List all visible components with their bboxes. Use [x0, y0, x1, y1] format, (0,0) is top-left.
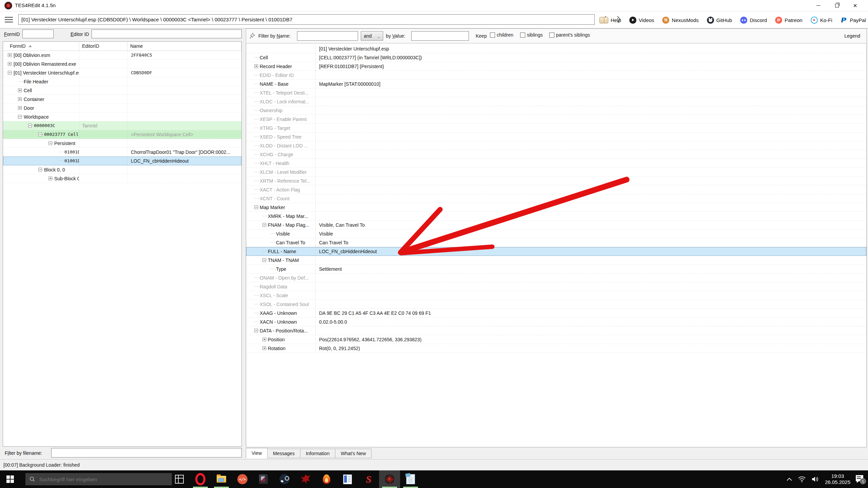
expand-icon[interactable]: + [262, 338, 266, 341]
record-row[interactable]: XLCM - Level Modifier [246, 168, 866, 177]
tree-row[interactable]: −Persistent [3, 139, 241, 148]
expand-icon[interactable]: + [48, 177, 52, 180]
collapse-icon[interactable]: − [254, 329, 258, 332]
record-row[interactable]: Ownership [246, 106, 866, 115]
column-header-name[interactable]: Name [127, 42, 241, 50]
filter-by-name-input[interactable] [297, 31, 358, 41]
collapse-icon[interactable]: − [262, 258, 266, 262]
tab-messages[interactable]: Messages [268, 449, 300, 458]
restore-button[interactable] [829, 0, 845, 11]
tree-row[interactable]: −0000003CTamriel [3, 121, 241, 130]
taskbar-app-task-view[interactable] [169, 470, 190, 488]
taskbar-clock[interactable]: 19:03 26.05.2025 [825, 473, 850, 485]
volume-icon[interactable] [811, 476, 820, 483]
record-row[interactable]: VisibleVisible [246, 229, 866, 238]
legend-button[interactable]: Legend [844, 33, 860, 39]
record-row[interactable]: +Record Header[REFR:01001DB7] {Persisten… [246, 62, 866, 71]
record-row[interactable]: XTRG - Target [246, 124, 866, 133]
filter-operator-select[interactable]: and ⌄ [361, 31, 383, 41]
record-row[interactable]: XCNT - Count [246, 194, 866, 203]
tree-row[interactable]: 01001D95 Placed ObjectChorrolTrapDoor01 … [3, 148, 241, 157]
record-row[interactable]: EDID - Editor ID [246, 71, 866, 80]
taskbar-app-creature[interactable] [295, 470, 316, 488]
tree-row[interactable]: 01001DB7 Placed ObjectLOC_FN_cbHiddenHid… [3, 157, 241, 165]
record-row[interactable]: XSOL - Contained Soul [246, 300, 866, 309]
toolbar-link-github[interactable]: GitHub [707, 17, 732, 24]
keep-parents-siblings-checkbox[interactable]: parent's siblings [549, 32, 590, 38]
tree-row[interactable]: File Header [3, 77, 241, 86]
tree-row[interactable]: +Cell [3, 86, 241, 95]
record-row[interactable]: XHLT - Health [246, 159, 866, 168]
collapse-icon[interactable]: − [262, 223, 266, 227]
formid-input[interactable] [22, 29, 54, 38]
toolbar-link-videos[interactable]: Videos [629, 17, 654, 24]
record-row[interactable]: XAAG - UnknownDA 9E BC 29 C1 A5 4F C3 AA… [246, 309, 866, 318]
record-row[interactable]: FULL - NameLOC_FN_cbHiddenHideout [246, 247, 866, 256]
taskbar-app-blue-doc[interactable] [337, 470, 358, 488]
tab-information[interactable]: Information [300, 449, 335, 458]
record-row[interactable]: XTEL - Teleport Desti... [246, 88, 866, 97]
keep-siblings-checkbox[interactable]: siblings [520, 32, 543, 38]
pin-icon[interactable] [249, 33, 255, 40]
taskbar-app-file-explorer[interactable] [211, 470, 232, 488]
column-header-editorid[interactable]: EditorID [79, 42, 127, 50]
taskbar-app-steam[interactable] [274, 470, 295, 488]
expand-icon[interactable]: + [18, 88, 22, 92]
record-header-row[interactable]: [01] Versteckter Unterschlupf.esp [246, 44, 866, 53]
record-row[interactable]: XLOC - Lock informat... [246, 97, 866, 106]
filename-filter-input[interactable] [51, 448, 242, 458]
taskbar-app-opera[interactable] [190, 470, 211, 488]
record-row[interactable]: NAME - BaseMapMarker [STAT:00000010] [246, 80, 866, 88]
notification-center-icon[interactable]: 1 [856, 475, 865, 483]
collapse-icon[interactable]: − [254, 205, 258, 209]
expand-icon[interactable]: + [262, 346, 266, 350]
tree-row[interactable]: −[01] Versteckter Unterschlupf.espCDB5D0… [3, 68, 241, 77]
tree-row[interactable]: +Container [3, 95, 241, 104]
record-row[interactable]: XACN - Unknown0.02.0-5.00.0 [246, 318, 866, 326]
hamburger-menu-icon[interactable] [5, 17, 13, 22]
toolbar-link-paypal[interactable]: PPayPal [840, 17, 866, 24]
column-header-formid[interactable]: FormID [3, 42, 79, 50]
tree-row[interactable]: +Sub-Block 0, 1 [3, 174, 241, 183]
taskbar-search-input[interactable] [39, 476, 168, 483]
record-row[interactable]: −Map Marker [246, 203, 866, 212]
record-row[interactable]: TypeSettlement [246, 265, 866, 273]
taskbar-app-code[interactable]: </> [232, 470, 253, 488]
expand-icon[interactable]: + [8, 53, 12, 57]
tab-view[interactable]: View [246, 448, 268, 458]
record-row[interactable]: XSCL - Scale [246, 291, 866, 300]
record-row[interactable]: +RotationRot(0, 0, 291.2452) [246, 344, 866, 353]
record-row[interactable]: −TNAM - TNAM [246, 256, 866, 265]
record-row[interactable]: Can Travel ToCan Travel To [246, 238, 866, 247]
editor-id-input[interactable] [92, 29, 242, 38]
keep-children-checkbox[interactable]: children [490, 32, 513, 38]
record-row[interactable]: Ragdoll Data [246, 282, 866, 291]
tree-row[interactable]: +Door [3, 104, 241, 113]
taskbar-app-flame[interactable] [316, 470, 337, 488]
expand-icon[interactable]: + [8, 62, 12, 66]
expand-icon[interactable]: + [18, 97, 22, 101]
record-row[interactable]: XLOD - Distant LOD ... [246, 141, 866, 150]
taskbar-app-dark-app[interactable] [253, 470, 274, 488]
record-row[interactable]: XESP - Enable Parent [246, 115, 866, 124]
filter-by-value-input[interactable] [411, 31, 469, 41]
record-row[interactable]: +PositionPos(22614.976562, 43641.722656,… [246, 335, 866, 344]
close-button[interactable]: ✕ [847, 0, 863, 11]
tab-what-s-new[interactable]: What's New [335, 449, 372, 458]
wifi-icon[interactable] [798, 476, 806, 483]
tray-chevron-up-icon[interactable] [786, 477, 792, 481]
expand-icon[interactable]: + [18, 106, 22, 110]
tree-row[interactable]: −00023777 Cell<Persistent Worldspace Cel… [3, 130, 241, 139]
collapse-icon[interactable]: − [38, 133, 42, 136]
record-row[interactable]: XACT - Action Flag [246, 185, 866, 194]
toolbar-link-discord[interactable]: Discord [740, 17, 767, 24]
collapse-icon[interactable]: − [48, 141, 52, 145]
taskbar-app-red-s[interactable]: S [358, 470, 379, 488]
breadcrumb[interactable] [18, 14, 595, 25]
record-row[interactable]: XSED - Speed Tree [246, 133, 866, 141]
record-row[interactable]: −FNAM - Map Flag...Visible, Can Travel T… [246, 221, 866, 229]
collapse-icon[interactable]: − [8, 71, 12, 75]
collapse-icon[interactable]: − [38, 168, 42, 171]
toolbar-link-nexusmods[interactable]: NNexusMods [662, 17, 698, 24]
record-row[interactable]: ONAM - Open by Def... [246, 273, 866, 282]
